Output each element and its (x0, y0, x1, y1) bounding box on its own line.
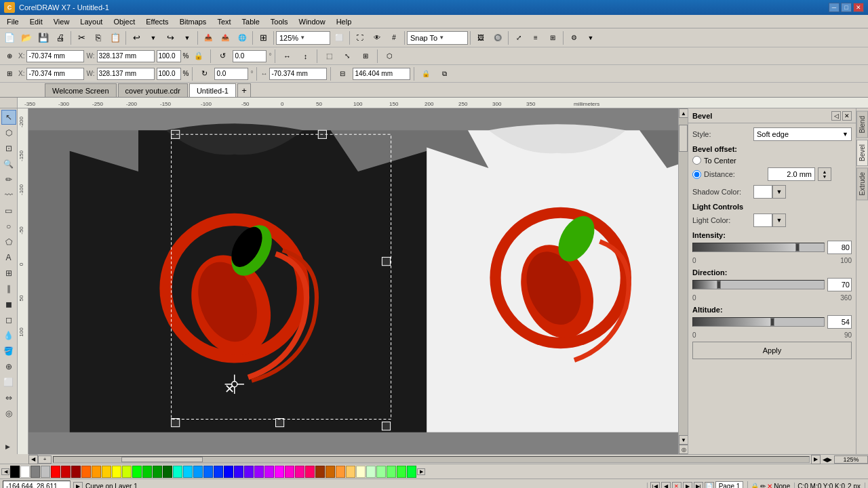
menu-effects[interactable]: Effects (140, 16, 174, 27)
lock2-btn[interactable]: 🔒 (418, 66, 434, 82)
altitude-slider[interactable] (692, 317, 825, 327)
nodes-icon[interactable]: ⬡ (381, 48, 397, 64)
shadow-tool[interactable]: ◼ (1, 297, 16, 312)
palette-swatch[interactable] (275, 466, 284, 478)
transparency-tool[interactable]: ◻ (1, 312, 16, 327)
direction-thumb[interactable] (717, 281, 721, 289)
palette-swatch[interactable] (214, 466, 223, 478)
rotate2-input[interactable] (214, 68, 248, 80)
color-eyedrop[interactable]: 💧 (1, 328, 16, 343)
polygon-tool[interactable]: ⬠ (1, 235, 16, 249)
text-tool[interactable]: A (1, 250, 16, 265)
arrange-btn[interactable]: ≡ (528, 30, 544, 46)
menu-view[interactable]: View (48, 16, 75, 27)
menu-text[interactable]: Text (212, 16, 236, 27)
zoom-to-fit[interactable]: ⊞ (255, 30, 271, 46)
intensity-thumb[interactable] (795, 243, 800, 251)
apply-button[interactable]: Apply (692, 342, 852, 359)
publish-button[interactable]: 🌐 (234, 30, 250, 46)
menu-object[interactable]: Object (108, 16, 140, 27)
to-center-radio[interactable] (692, 156, 701, 165)
vscroll-down[interactable]: ▼ (679, 435, 688, 445)
mirror-h-btn[interactable]: ↔ (279, 48, 295, 64)
add-page-before[interactable]: + (38, 455, 52, 464)
menu-file[interactable]: File (1, 16, 24, 27)
panel-collapse-btn[interactable]: ◁ (831, 111, 841, 121)
contour-tool[interactable]: ◎ (1, 406, 16, 421)
palette-swatch[interactable] (10, 466, 20, 478)
parallel-tool[interactable]: ∥ (1, 281, 16, 296)
palette-swatch[interactable] (163, 466, 172, 478)
palette-swatch[interactable] (20, 466, 30, 478)
style-dropdown[interactable]: Soft edge ▼ (753, 127, 852, 141)
y-pos-input[interactable] (353, 68, 410, 80)
shadow-color-btn[interactable] (753, 185, 772, 199)
x2-input[interactable] (26, 68, 84, 80)
lock-ratio-btn[interactable]: 🔒 (191, 48, 207, 64)
select-tool[interactable]: ↖ (1, 110, 16, 125)
copy-button[interactable]: ⎘ (90, 30, 106, 46)
redo-dropdown[interactable]: ▼ (179, 30, 195, 46)
tab-cover[interactable]: cover youtue.cdr (118, 83, 188, 97)
palette-scroll-left[interactable]: ◀ (1, 468, 9, 475)
palette-swatch[interactable] (295, 466, 304, 478)
palette-swatch[interactable] (305, 466, 315, 478)
palette-swatch[interactable] (153, 466, 162, 478)
option-btn2[interactable]: 🔘 (490, 30, 506, 46)
delete-page-btn[interactable]: ✕ (672, 482, 682, 489)
node-tool[interactable]: ⬡ (1, 125, 16, 140)
expand-canvas[interactable]: ◀▶ (821, 455, 834, 464)
undo-button[interactable]: ↩ (128, 30, 144, 46)
hscroll-thumb[interactable] (121, 457, 203, 462)
palette-swatch[interactable] (244, 466, 254, 478)
table-tool[interactable]: ⊞ (1, 266, 16, 281)
undo-dropdown[interactable]: ▼ (145, 30, 161, 46)
open-button[interactable]: 📂 (18, 30, 35, 46)
prev-page-btn[interactable]: ◀ (661, 482, 671, 489)
intensity-slider[interactable] (692, 243, 825, 252)
menu-edit[interactable]: Edit (24, 16, 48, 27)
palette-swatch[interactable] (315, 466, 325, 478)
palette-swatch[interactable] (112, 466, 121, 478)
print-button[interactable]: 🖨 (52, 30, 68, 46)
redo-button[interactable]: ↪ (162, 30, 178, 46)
outline-tool[interactable]: ⬜ (1, 375, 16, 390)
palette-swatch[interactable] (346, 466, 355, 478)
export-button[interactable]: 📤 (217, 30, 233, 46)
hscroll-right[interactable]: ▶ (811, 455, 821, 464)
palette-swatch[interactable] (31, 466, 40, 478)
cut-button[interactable]: ✂ (73, 30, 90, 46)
tab-untitled[interactable]: Untitled-1 (189, 83, 236, 97)
palette-swatch[interactable] (81, 466, 91, 478)
options-arrow[interactable]: ▼ (583, 30, 599, 46)
side-tab-bevel[interactable]: Bevel (856, 140, 868, 166)
more-btn[interactable]: ⊞ (545, 30, 561, 46)
maximize-button[interactable]: □ (841, 3, 852, 12)
palette-swatch[interactable] (254, 466, 264, 478)
mirror-v-btn[interactable]: ↕ (297, 48, 313, 64)
palette-swatch[interactable] (203, 466, 213, 478)
canvas-area[interactable]: ✕ (28, 108, 688, 454)
menu-window[interactable]: Window (294, 16, 331, 27)
add-tab-button[interactable]: + (237, 83, 251, 97)
altitude-value[interactable]: 54 (827, 315, 852, 329)
palette-swatch[interactable] (285, 466, 294, 478)
tab-welcome[interactable]: Welcome Screen (45, 83, 117, 97)
palette-swatch[interactable] (51, 466, 60, 478)
palette-swatch[interactable] (397, 466, 406, 478)
w-input[interactable] (97, 50, 155, 62)
palette-swatch[interactable] (234, 466, 243, 478)
vscroll-expand[interactable]: ◎ (679, 445, 688, 454)
view-options[interactable]: 👁 (369, 30, 385, 46)
smart-fill[interactable]: ⊕ (1, 359, 16, 374)
options-btn[interactable]: ⚙ (566, 30, 582, 46)
panel-close-btn[interactable]: ✕ (842, 111, 852, 121)
smartdraw-tool[interactable]: 〰 (1, 188, 16, 203)
menu-tools[interactable]: Tools (265, 16, 294, 27)
light-color-btn[interactable] (753, 214, 772, 227)
first-page-btn[interactable]: |◀ (650, 482, 660, 489)
palette-scroll-right[interactable]: ▶ (417, 468, 425, 475)
hscroll-left[interactable]: ◀ (28, 455, 38, 464)
ellipse-tool[interactable]: ○ (1, 219, 16, 234)
toolbox-expand[interactable]: ▶ (0, 439, 15, 454)
